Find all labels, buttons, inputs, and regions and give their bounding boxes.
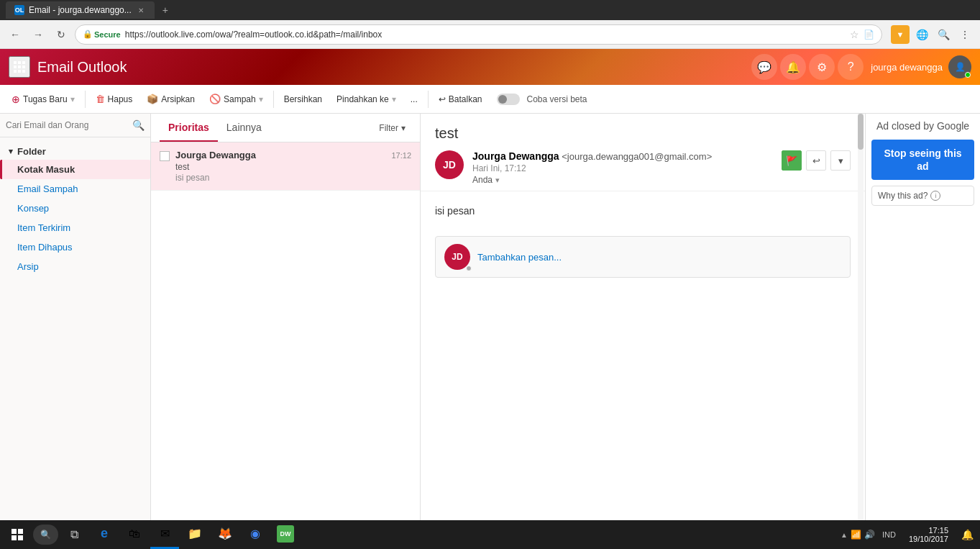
store-icon: 🛍 bbox=[129, 527, 140, 540]
scrollbar-thumb[interactable] bbox=[858, 114, 864, 150]
email-checkbox[interactable] bbox=[160, 151, 170, 161]
time-display[interactable]: 17:15 19/10/2017 bbox=[903, 526, 954, 543]
address-bar[interactable]: 🔒 Secure https://outlook.live.com/owa/?r… bbox=[75, 24, 882, 45]
delete-button[interactable]: 🗑 Hapus bbox=[90, 91, 139, 107]
email-list-item[interactable]: Jourga Dewangga 17:12 test isi pesan bbox=[151, 142, 420, 191]
stop-ad-button[interactable]: Stop seeing this ad bbox=[871, 140, 974, 180]
tab-others[interactable]: Lainnya bbox=[218, 114, 270, 142]
email-more-button[interactable]: ▾ bbox=[830, 150, 851, 171]
taskbar-app-store[interactable]: 🛍 bbox=[120, 520, 149, 549]
sidebar-item-spam[interactable]: Email Sampah bbox=[0, 179, 150, 199]
taskbar-app-ie[interactable]: e bbox=[90, 520, 119, 549]
refresh-button[interactable]: ↻ bbox=[52, 25, 70, 44]
translate-icon[interactable]: 🌐 bbox=[912, 25, 931, 44]
archive-button[interactable]: 📦 Arsipkan bbox=[141, 91, 201, 107]
spam-button[interactable]: 🚫 Sampah ▾ bbox=[203, 91, 269, 107]
sender-name-full: Jourga Dewangga <jourga.dewangga001@gmai… bbox=[472, 150, 773, 162]
toggle-thumb bbox=[498, 95, 507, 104]
email-view-scroll[interactable]: test JD Jourga Dewangga <jourga.dewangga… bbox=[421, 114, 865, 549]
email-item-content: Jourga Dewangga 17:12 test isi pesan bbox=[175, 150, 411, 183]
delete-label: Hapus bbox=[108, 94, 133, 104]
beta-toggle[interactable] bbox=[497, 94, 520, 105]
to-chevron-icon[interactable]: ▾ bbox=[495, 176, 500, 185]
email-tabs: Prioritas Lainnya Filter ▾ bbox=[151, 114, 420, 142]
waffle-menu-button[interactable] bbox=[9, 56, 30, 78]
taskbar-app-chrome[interactable]: ◉ bbox=[241, 520, 270, 549]
taskbar-app-explorer[interactable]: 📁 bbox=[180, 520, 209, 549]
sender-email-addr: jourga.dewangga001@gmail.com bbox=[567, 151, 707, 162]
sidebar-item-inbox[interactable]: Kotak Masuk bbox=[0, 160, 150, 179]
browser-menu-icon[interactable]: ⋮ bbox=[956, 25, 974, 44]
settings-icon-btn[interactable]: ⚙ bbox=[809, 54, 835, 80]
move-to-dropdown-icon[interactable]: ▾ bbox=[392, 94, 396, 104]
taskbar-app-firefox[interactable]: 🦊 bbox=[211, 520, 239, 549]
taskbar-app-dw[interactable]: DW bbox=[271, 520, 300, 549]
folder-section-header[interactable]: ▾ Folder bbox=[0, 143, 150, 160]
sidebar-item-deleted[interactable]: Item Dihapus bbox=[0, 237, 150, 257]
reply-initials: JD bbox=[452, 252, 462, 262]
email-meta: JD Jourga Dewangga <jourga.dewangga001@g… bbox=[435, 150, 851, 185]
sidebar-item-archive[interactable]: Arsip bbox=[0, 257, 150, 276]
cancel-button[interactable]: ↩ Batalkan bbox=[433, 91, 488, 107]
help-icon-btn[interactable]: ? bbox=[838, 54, 864, 80]
new-task-button[interactable]: ⊕ Tugas Baru ▾ bbox=[6, 91, 81, 108]
filter-button[interactable]: Filter ▾ bbox=[373, 120, 411, 136]
tray-expand-icon[interactable]: ▲ bbox=[841, 531, 848, 539]
flag-button[interactable]: 🚩 bbox=[782, 150, 802, 171]
user-avatar[interactable]: 👤 bbox=[948, 55, 971, 78]
email-timestamp: Hari Ini, 17:12 bbox=[472, 163, 773, 173]
reply-area[interactable]: JD Tambahkan pesan... bbox=[435, 236, 851, 278]
search-icon-btn[interactable]: 🔍 bbox=[132, 119, 145, 131]
search-browser-icon[interactable]: 🔍 bbox=[934, 25, 953, 44]
dw-icon: DW bbox=[277, 525, 294, 543]
email-time: 17:12 bbox=[391, 151, 411, 160]
email-subject-preview: test bbox=[175, 162, 411, 172]
forward-button[interactable]: → bbox=[29, 25, 47, 44]
reader-icon[interactable]: 📄 bbox=[864, 30, 874, 40]
taskview-button[interactable]: ⧉ bbox=[60, 520, 88, 549]
notification-button[interactable]: 🔔 bbox=[957, 525, 977, 545]
new-task-dropdown-icon[interactable]: ▾ bbox=[70, 94, 75, 104]
more-options-button[interactable]: ... bbox=[405, 91, 423, 107]
archive-folder-label: Arsip bbox=[17, 261, 39, 272]
back-button[interactable]: ← bbox=[6, 25, 24, 44]
taskbar-search-icon: 🔍 bbox=[40, 530, 51, 540]
spam-dropdown-icon[interactable]: ▾ bbox=[259, 94, 263, 104]
star-icon[interactable]: ☆ bbox=[850, 29, 859, 40]
extensions-icon[interactable]: ▼ bbox=[891, 25, 910, 44]
scrollbar-track[interactable] bbox=[858, 114, 864, 549]
email-list: Prioritas Lainnya Filter ▾ Jourga Dewang… bbox=[151, 114, 421, 549]
user-name-label: jourga dewangga bbox=[871, 62, 943, 73]
search-input[interactable] bbox=[6, 120, 129, 130]
start-button[interactable] bbox=[3, 520, 32, 549]
sender-initials: JD bbox=[443, 159, 456, 171]
why-ad-link[interactable]: Why this ad? i bbox=[871, 186, 974, 206]
reply-button[interactable]: ↩ bbox=[806, 150, 826, 171]
chat-icon-btn[interactable]: 💬 bbox=[751, 54, 777, 80]
filter-chevron-icon: ▾ bbox=[401, 123, 406, 133]
chevron-down-icon: ▾ bbox=[9, 147, 13, 156]
taskbar-app-mail[interactable]: ✉ bbox=[150, 520, 179, 549]
volume-icon[interactable]: 🔊 bbox=[864, 530, 875, 540]
bell-icon-btn[interactable]: 🔔 bbox=[780, 54, 806, 80]
new-tab-btn[interactable]: + bbox=[157, 2, 173, 18]
main-content: 🔍 ▾ Folder Kotak Masuk Email Sampah Kons… bbox=[0, 114, 980, 549]
app-name: Email Outlook bbox=[37, 59, 744, 76]
sidebar-item-sent[interactable]: Item Terkirim bbox=[0, 218, 150, 237]
date-label: 19/10/2017 bbox=[909, 535, 948, 543]
sender-email-angle: < bbox=[562, 151, 567, 162]
header-icons: 💬 🔔 ⚙ ? bbox=[751, 54, 864, 80]
taskbar-search[interactable]: 🔍 bbox=[33, 525, 58, 545]
sender-full-name: Jourga Dewangga bbox=[472, 150, 559, 162]
tab-priority[interactable]: Prioritas bbox=[160, 114, 218, 142]
svg-rect-0 bbox=[14, 61, 17, 64]
browser-tab[interactable]: OL Email - jourga.dewanggo... ✕ bbox=[6, 1, 155, 19]
sidebar-item-draft[interactable]: Konsep bbox=[0, 199, 150, 218]
tab-close-btn[interactable]: ✕ bbox=[136, 5, 146, 15]
header-content: Email Outlook 💬 🔔 ⚙ ? jourga dewangga 👤 bbox=[9, 54, 971, 80]
network-icon[interactable]: 📶 bbox=[851, 530, 861, 540]
sent-label: Item Terkirim bbox=[17, 222, 70, 233]
clean-button[interactable]: Bersihkan bbox=[278, 91, 328, 107]
svg-rect-10 bbox=[18, 529, 23, 534]
move-to-button[interactable]: Pindahkan ke ▾ bbox=[331, 91, 402, 107]
